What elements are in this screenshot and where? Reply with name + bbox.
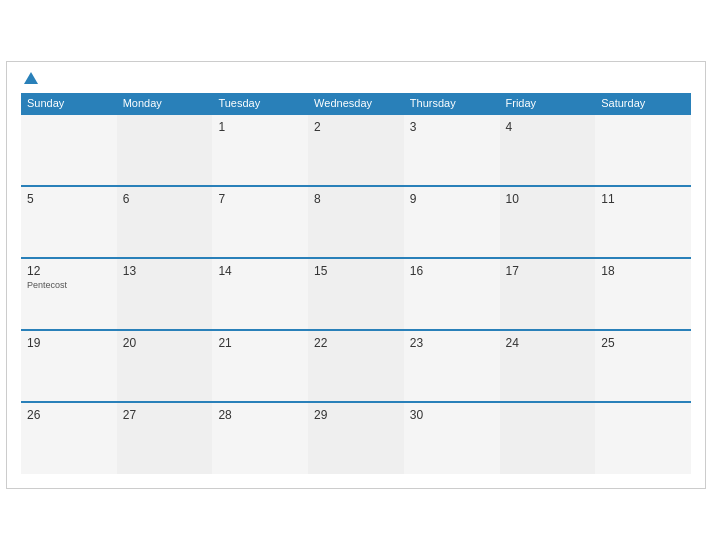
weekday-saturday: Saturday bbox=[595, 93, 691, 114]
week-row-1: 1234 bbox=[21, 114, 691, 186]
day-number: 12 bbox=[27, 264, 111, 278]
day-number: 28 bbox=[218, 408, 302, 422]
day-number: 15 bbox=[314, 264, 398, 278]
calendar-cell: 15 bbox=[308, 258, 404, 330]
day-number: 3 bbox=[410, 120, 494, 134]
day-number: 17 bbox=[506, 264, 590, 278]
day-number: 4 bbox=[506, 120, 590, 134]
day-number: 1 bbox=[218, 120, 302, 134]
day-number: 23 bbox=[410, 336, 494, 350]
week-row-5: 2627282930 bbox=[21, 402, 691, 474]
day-number: 10 bbox=[506, 192, 590, 206]
calendar-cell: 24 bbox=[500, 330, 596, 402]
day-number: 25 bbox=[601, 336, 685, 350]
calendar-cell: 29 bbox=[308, 402, 404, 474]
calendar-cell: 19 bbox=[21, 330, 117, 402]
day-number: 6 bbox=[123, 192, 207, 206]
calendar-cell: 2 bbox=[308, 114, 404, 186]
calendar-cell: 10 bbox=[500, 186, 596, 258]
day-number: 9 bbox=[410, 192, 494, 206]
day-number: 2 bbox=[314, 120, 398, 134]
day-number: 13 bbox=[123, 264, 207, 278]
calendar-cell: 20 bbox=[117, 330, 213, 402]
calendar-cell: 16 bbox=[404, 258, 500, 330]
weekday-tuesday: Tuesday bbox=[212, 93, 308, 114]
logo-blue-text bbox=[21, 72, 38, 85]
calendar-cell bbox=[21, 114, 117, 186]
day-number: 20 bbox=[123, 336, 207, 350]
day-number: 11 bbox=[601, 192, 685, 206]
calendar-cell: 1 bbox=[212, 114, 308, 186]
calendar-cell: 6 bbox=[117, 186, 213, 258]
day-number: 24 bbox=[506, 336, 590, 350]
day-number: 30 bbox=[410, 408, 494, 422]
weekday-friday: Friday bbox=[500, 93, 596, 114]
logo-triangle-icon bbox=[24, 72, 38, 84]
calendar-cell: 30 bbox=[404, 402, 500, 474]
holiday-label: Pentecost bbox=[27, 280, 111, 290]
day-number: 21 bbox=[218, 336, 302, 350]
calendar-cell: 26 bbox=[21, 402, 117, 474]
logo bbox=[21, 72, 38, 85]
day-number: 5 bbox=[27, 192, 111, 206]
week-row-4: 19202122232425 bbox=[21, 330, 691, 402]
day-number: 14 bbox=[218, 264, 302, 278]
calendar-cell: 5 bbox=[21, 186, 117, 258]
day-number: 18 bbox=[601, 264, 685, 278]
calendar-table: SundayMondayTuesdayWednesdayThursdayFrid… bbox=[21, 93, 691, 474]
calendar-cell: 8 bbox=[308, 186, 404, 258]
calendar-container: SundayMondayTuesdayWednesdayThursdayFrid… bbox=[6, 61, 706, 489]
calendar-cell: 4 bbox=[500, 114, 596, 186]
calendar-cell: 12Pentecost bbox=[21, 258, 117, 330]
day-number: 29 bbox=[314, 408, 398, 422]
day-number: 19 bbox=[27, 336, 111, 350]
calendar-cell: 22 bbox=[308, 330, 404, 402]
day-number: 16 bbox=[410, 264, 494, 278]
calendar-cell: 21 bbox=[212, 330, 308, 402]
calendar-cell: 18 bbox=[595, 258, 691, 330]
calendar-cell: 7 bbox=[212, 186, 308, 258]
day-number: 8 bbox=[314, 192, 398, 206]
day-number: 7 bbox=[218, 192, 302, 206]
week-row-2: 567891011 bbox=[21, 186, 691, 258]
calendar-cell: 25 bbox=[595, 330, 691, 402]
calendar-header bbox=[21, 72, 691, 85]
weekday-header-row: SundayMondayTuesdayWednesdayThursdayFrid… bbox=[21, 93, 691, 114]
calendar-cell: 27 bbox=[117, 402, 213, 474]
calendar-cell: 9 bbox=[404, 186, 500, 258]
calendar-cell: 13 bbox=[117, 258, 213, 330]
calendar-cell: 17 bbox=[500, 258, 596, 330]
calendar-cell bbox=[595, 114, 691, 186]
weekday-sunday: Sunday bbox=[21, 93, 117, 114]
calendar-cell bbox=[500, 402, 596, 474]
weekday-monday: Monday bbox=[117, 93, 213, 114]
calendar-cell bbox=[595, 402, 691, 474]
day-number: 27 bbox=[123, 408, 207, 422]
week-row-3: 12Pentecost131415161718 bbox=[21, 258, 691, 330]
calendar-cell: 28 bbox=[212, 402, 308, 474]
day-number: 22 bbox=[314, 336, 398, 350]
day-number: 26 bbox=[27, 408, 111, 422]
weekday-wednesday: Wednesday bbox=[308, 93, 404, 114]
weekday-thursday: Thursday bbox=[404, 93, 500, 114]
calendar-cell: 14 bbox=[212, 258, 308, 330]
calendar-cell: 23 bbox=[404, 330, 500, 402]
calendar-cell: 3 bbox=[404, 114, 500, 186]
calendar-cell: 11 bbox=[595, 186, 691, 258]
calendar-cell bbox=[117, 114, 213, 186]
